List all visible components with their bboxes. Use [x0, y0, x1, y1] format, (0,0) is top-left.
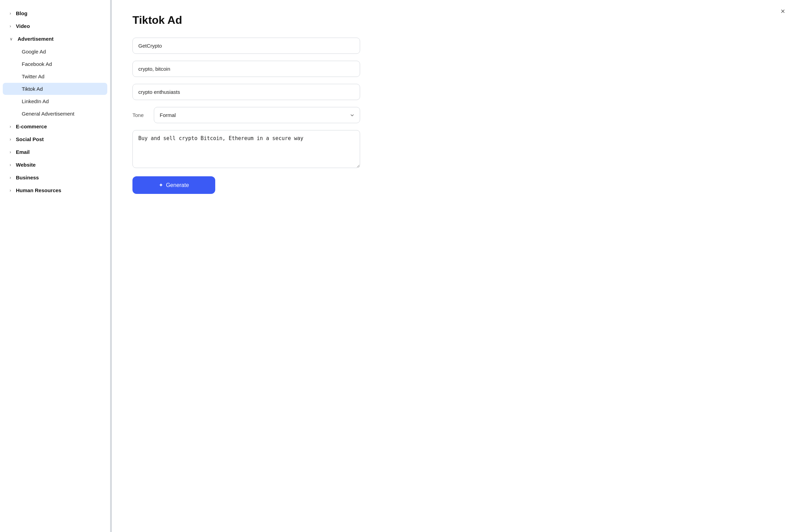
sidebar-item-label: Email [16, 149, 30, 155]
sidebar-item-general-advertisement[interactable]: General Advertisement [3, 108, 107, 120]
keywords-input[interactable] [132, 61, 360, 77]
sidebar-item-ecommerce[interactable]: › E-commerce [0, 120, 110, 133]
sidebar-item-label: Blog [16, 10, 27, 16]
chevron-right-icon: › [10, 24, 11, 29]
generate-button[interactable]: ✦ Generate [132, 176, 215, 194]
chevron-down-icon: ∨ [10, 37, 13, 41]
sidebar-item-video[interactable]: › Video [0, 20, 110, 32]
sidebar-item-advertisement[interactable]: ∨ Advertisement [0, 32, 110, 45]
page-title: Tiktok Ad [132, 14, 773, 27]
sub-item-label: LinkedIn Ad [22, 98, 49, 104]
sub-item-label: Facebook Ad [22, 61, 52, 67]
tone-label: Tone [132, 112, 147, 118]
chevron-right-icon: › [10, 175, 11, 180]
chevron-right-icon: › [10, 150, 11, 155]
chevron-right-icon: › [10, 162, 11, 167]
product-name-input[interactable] [132, 38, 360, 54]
keywords-field [132, 61, 773, 77]
sidebar-item-label: Video [16, 23, 30, 29]
description-field: Buy and sell crypto Bitcoin, Ethereum in… [132, 130, 773, 169]
sub-item-label: Twitter Ad [22, 73, 44, 79]
product-name-field [132, 38, 773, 54]
sidebar-item-human-resources[interactable]: › Human Resources [0, 184, 110, 197]
sidebar-item-email[interactable]: › Email [0, 146, 110, 158]
sidebar-item-twitter-ad[interactable]: Twitter Ad [3, 70, 107, 82]
chevron-right-icon: › [10, 188, 11, 193]
audience-input[interactable] [132, 84, 360, 100]
sidebar-item-business[interactable]: › Business [0, 171, 110, 184]
sidebar-item-google-ad[interactable]: Google Ad [3, 46, 107, 58]
tone-select[interactable]: Formal Casual Funny Professional Emotion… [154, 107, 360, 123]
sidebar-item-label: Human Resources [16, 187, 61, 193]
main-content: Tiktok Ad Tone Formal Casual Funny Profe… [112, 0, 794, 532]
audience-field [132, 84, 773, 100]
generate-button-label: Generate [166, 182, 189, 188]
sidebar: › Blog › Video ∨ Advertisement Google Ad… [0, 0, 110, 532]
sub-item-label: Tiktok Ad [22, 86, 43, 92]
sidebar-item-label: Social Post [16, 136, 44, 142]
tone-field: Tone Formal Casual Funny Professional Em… [132, 107, 360, 123]
sidebar-item-label: Business [16, 175, 39, 180]
chevron-right-icon: › [10, 11, 11, 16]
sidebar-item-label: Website [16, 162, 36, 168]
sidebar-item-linkedin-ad[interactable]: LinkedIn Ad [3, 95, 107, 107]
sidebar-item-social-post[interactable]: › Social Post [0, 133, 110, 146]
sidebar-item-tiktok-ad[interactable]: Tiktok Ad [3, 83, 107, 95]
sub-item-label: Google Ad [22, 49, 46, 55]
app-container: × › Blog › Video ∨ Advertisement Google … [0, 0, 794, 532]
sidebar-item-facebook-ad[interactable]: Facebook Ad [3, 58, 107, 70]
sidebar-item-blog[interactable]: › Blog [0, 7, 110, 20]
close-button[interactable]: × [779, 6, 786, 17]
sidebar-item-label: Advertisement [18, 36, 53, 42]
sparkle-icon: ✦ [159, 182, 163, 188]
chevron-right-icon: › [10, 124, 11, 129]
sidebar-item-label: E-commerce [16, 124, 47, 129]
chevron-right-icon: › [10, 137, 11, 142]
sub-item-label: General Advertisement [22, 111, 75, 117]
description-textarea[interactable]: Buy and sell crypto Bitcoin, Ethereum in… [132, 130, 360, 168]
sidebar-item-website[interactable]: › Website [0, 158, 110, 171]
